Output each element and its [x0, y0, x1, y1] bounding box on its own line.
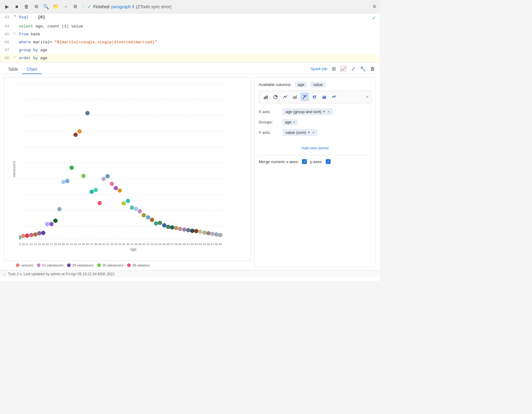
chart-type-pie[interactable] — [271, 93, 280, 101]
dot-29 — [57, 207, 62, 211]
groups-remove-button[interactable]: × — [293, 120, 295, 124]
dot-28 — [53, 219, 58, 223]
delete-icon[interactable]: 🗑 — [23, 3, 30, 10]
chart-type-stacked-area[interactable] — [320, 93, 328, 101]
separator — [83, 4, 83, 10]
chart-type-area[interactable] — [291, 93, 299, 101]
svg-text:64: 64 — [199, 243, 202, 245]
settings-icon[interactable]: ⚙ — [33, 3, 40, 10]
line-check-icon: ✓ — [372, 14, 380, 22]
code-line-46[interactable]: 46 where marital= "${marital=single,sing… — [0, 38, 380, 46]
dot-20 — [21, 234, 25, 238]
svg-rect-82 — [313, 97, 314, 99]
arrow-icon[interactable]: → — [62, 3, 69, 10]
svg-text:30: 30 — [62, 243, 65, 245]
svg-text:44: 44 — [118, 243, 121, 245]
x-axis-remove-button[interactable]: × — [328, 109, 330, 114]
table-view-icon[interactable]: ⊞ — [330, 66, 337, 72]
merge-y-checkbox[interactable]: ✓ — [326, 159, 331, 164]
dot-53 — [154, 221, 158, 226]
chart-type-multi-line[interactable] — [330, 93, 338, 101]
code-line-44[interactable]: 44 select age, count (1) value — [0, 23, 380, 30]
tab-table[interactable]: Table — [4, 65, 22, 74]
dot-51 — [146, 215, 150, 219]
svg-text:52: 52 — [151, 243, 154, 245]
run-icon[interactable]: ▶ — [4, 3, 10, 10]
svg-text:43: 43 — [114, 243, 117, 245]
x-axis-value: age (group and sort) — [286, 109, 321, 114]
line-gutter-45: ▷ — [12, 31, 18, 35]
dot-39 — [98, 201, 102, 205]
legend-dot-2 — [67, 263, 71, 267]
legend-item-0: ue(sum) — [16, 263, 33, 267]
folder-icon[interactable]: 📁 — [52, 3, 59, 10]
dot-40 — [101, 177, 106, 181]
svg-text:19: 19 — [19, 243, 21, 245]
dot-34 — [77, 129, 82, 134]
svg-text:36: 36 — [86, 243, 89, 245]
groups-value: age — [285, 120, 292, 124]
x-axis-select[interactable]: age (group and sort) ▾ × — [282, 108, 333, 115]
stop-icon[interactable]: ■ — [13, 3, 20, 10]
svg-text:66: 66 — [207, 243, 210, 245]
svg-text:46: 46 — [126, 243, 129, 245]
y-axis-remove-button[interactable]: × — [312, 130, 315, 135]
chart-type-line[interactable] — [281, 93, 289, 101]
code-line-48[interactable]: 48 ▷ order by age — [0, 54, 380, 62]
dot-27 — [49, 222, 54, 226]
chart-view-icon[interactable]: 📈 — [340, 66, 347, 72]
dot-38 — [94, 188, 98, 192]
merge-row: Merge numeric x-axes: ✓ y-axes: ✓ — [259, 155, 371, 164]
add-series-button[interactable]: Add new series — [259, 142, 371, 154]
dot-44 — [118, 188, 122, 193]
trash-icon[interactable]: 🗑 — [369, 66, 376, 72]
dot-65 — [202, 230, 207, 235]
expand-icon[interactable]: ⤢ — [350, 66, 356, 72]
legend-dot-1 — [37, 263, 41, 267]
dot-45 — [122, 201, 126, 205]
legend-item-2: 29.value(sum) — [67, 263, 94, 267]
line-number-48: 48 — [0, 55, 12, 62]
gear-icon[interactable]: ⚙ — [72, 3, 79, 10]
svg-rect-84 — [315, 96, 316, 99]
chart-type-close-button[interactable]: × — [366, 94, 369, 100]
merge-x-checkbox[interactable]: ✓ — [302, 159, 307, 164]
x-axis-chevron-icon: ▾ — [323, 110, 325, 114]
tab-chart[interactable]: Chart — [22, 65, 41, 74]
svg-text:51: 51 — [147, 243, 150, 245]
dot-21 — [25, 234, 29, 238]
status-area: ✓ Finished paragraph 9 (ZTools sync erro… — [87, 4, 370, 9]
dot-61 — [186, 228, 190, 232]
dot-50 — [142, 213, 146, 217]
menu-icon[interactable]: ≡ — [373, 3, 376, 10]
y-axis-select[interactable]: value (sum) ▾ × — [282, 129, 318, 136]
legend-item-1: 51.value(sum) — [37, 263, 63, 267]
code-line-43[interactable]: 43 ▼ %sql [6] ✓ — [0, 13, 380, 23]
svg-text:28: 28 — [54, 243, 57, 245]
chart-type-stacked-bar[interactable] — [310, 93, 319, 101]
view-icon[interactable]: 🔍 — [43, 3, 49, 10]
status-error-text: (ZTools sync error) — [136, 4, 172, 9]
svg-point-78 — [303, 98, 304, 99]
code-line-47[interactable]: 47 group by age — [0, 46, 380, 54]
available-columns-label: Available columns: — [259, 82, 292, 87]
legend-label-0: ue(sum) — [21, 263, 33, 267]
svg-rect-85 — [315, 95, 316, 96]
line-number-47: 47 — [0, 47, 12, 54]
dot-57 — [170, 225, 174, 230]
dot-31 — [65, 179, 69, 183]
output-area: Table Chart Spark job ⊞ 📈 ⤢ 🔧 🗑 value(su… — [0, 62, 380, 281]
wrench-icon[interactable]: 🔧 — [360, 66, 366, 72]
dot-43 — [114, 186, 118, 190]
svg-text:23: 23 — [34, 243, 37, 245]
groups-tag: age × — [282, 119, 298, 125]
chart-type-scatter[interactable] — [300, 93, 309, 101]
dot-23 — [33, 232, 37, 237]
y-axis-label: value(sum) — [12, 161, 16, 177]
code-line-45[interactable]: 45 ▷ from bank — [0, 30, 380, 38]
chart-type-bar[interactable] — [261, 93, 270, 101]
y-axis-chevron-icon: ▾ — [308, 130, 310, 134]
spark-job-link[interactable]: Spark job — [310, 66, 327, 71]
status-paragraph-text: paragraph 9 — [111, 4, 134, 9]
dot-67 — [210, 232, 215, 236]
